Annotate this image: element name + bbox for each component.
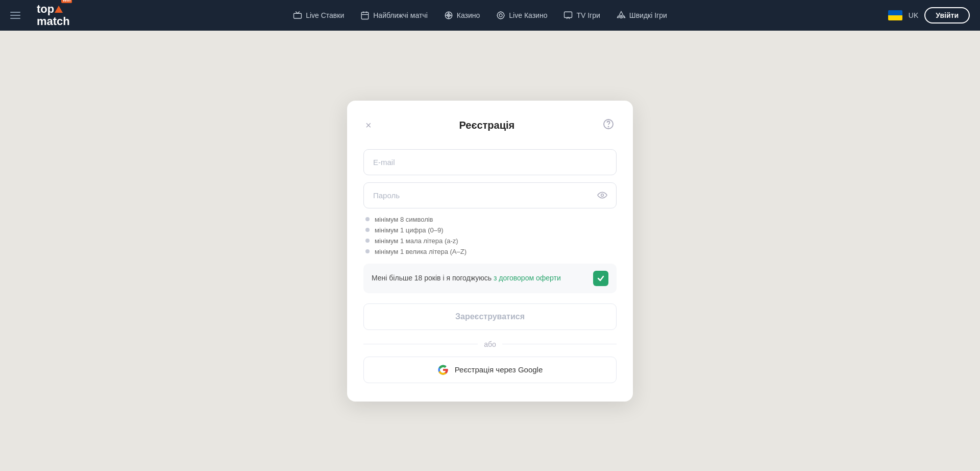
logo-match-text: match bbox=[37, 16, 72, 27]
main-nav: Live Ставки Найближчі матчі bbox=[88, 7, 872, 24]
toggle-password-button[interactable] bbox=[595, 188, 609, 202]
checkmark-icon bbox=[597, 274, 605, 282]
nav-label-casino: Казино bbox=[457, 11, 480, 19]
nav-item-casino[interactable]: Казино bbox=[437, 7, 487, 24]
logo-arrow-icon bbox=[55, 6, 63, 13]
logo-top-text: top bbox=[37, 4, 54, 15]
agreement-checkbox[interactable] bbox=[593, 271, 608, 286]
tv-icon bbox=[293, 11, 302, 20]
help-button[interactable] bbox=[600, 116, 617, 135]
header: top win match Live Ставки bbox=[0, 0, 980, 31]
flag-yellow bbox=[888, 15, 902, 20]
nav-item-upcoming[interactable]: Найближчі матчі bbox=[353, 7, 435, 24]
nav-item-live-bets[interactable]: Live Ставки bbox=[286, 7, 351, 24]
main-area: × Реєстрація bbox=[0, 31, 980, 471]
monitor-icon bbox=[564, 11, 573, 20]
modal-title: Реєстрація bbox=[374, 120, 600, 131]
hint-min-uppercase: мінімум 1 велика літера (A–Z) bbox=[365, 248, 617, 255]
nav-label-live-bets: Live Ставки bbox=[306, 11, 344, 19]
register-button[interactable]: Зареєструватися bbox=[363, 303, 617, 330]
hint-text-1: мінімум 8 символів bbox=[375, 216, 433, 223]
hint-text-4: мінімум 1 велика літера (A–Z) bbox=[375, 248, 467, 255]
lang-label: UK bbox=[909, 11, 918, 19]
hint-text-3: мінімум 1 мала літера (a-z) bbox=[375, 237, 458, 245]
google-register-button[interactable]: Реєстрація через Google bbox=[363, 357, 617, 383]
svg-point-12 bbox=[601, 194, 604, 197]
hint-text-2: мінімум 1 цифра (0–9) bbox=[375, 226, 444, 234]
or-label: або bbox=[484, 340, 496, 348]
password-hints: мінімум 8 символів мінімум 1 цифра (0–9)… bbox=[365, 216, 617, 255]
logo[interactable]: top win match bbox=[37, 4, 72, 27]
hint-dot-2 bbox=[365, 228, 370, 232]
google-button-label: Реєстрація через Google bbox=[455, 365, 543, 374]
google-logo-icon bbox=[437, 364, 449, 375]
hint-min-lowercase: мінімум 1 мала літера (a-z) bbox=[365, 237, 617, 245]
modal-header: × Реєстрація bbox=[363, 116, 617, 135]
login-button[interactable]: Увійти bbox=[924, 7, 970, 23]
flag-ukraine bbox=[888, 10, 902, 20]
password-input[interactable] bbox=[363, 182, 617, 208]
calendar-icon bbox=[360, 11, 370, 20]
svg-point-11 bbox=[608, 126, 609, 127]
agreement-link[interactable]: з договором оферти bbox=[494, 274, 561, 282]
svg-point-7 bbox=[498, 12, 505, 19]
close-button[interactable]: × bbox=[363, 118, 374, 132]
agreement-text: Мені більше 18 років і я погоджуюсь з до… bbox=[372, 273, 561, 284]
live-casino-icon bbox=[496, 11, 505, 20]
header-right: UK Увійти bbox=[888, 7, 970, 23]
nav-item-tv-games[interactable]: TV Ігри bbox=[556, 7, 607, 24]
agreement-text-part1: Мені більше 18 років і я погоджуюсь bbox=[372, 274, 494, 282]
hint-dot-1 bbox=[365, 217, 370, 221]
nav-label-fast-games: Швидкі Ігри bbox=[629, 11, 667, 19]
or-divider: або bbox=[363, 340, 617, 348]
rocket-icon bbox=[617, 11, 626, 20]
flag-blue bbox=[888, 10, 902, 15]
email-field-group bbox=[363, 149, 617, 175]
svg-rect-0 bbox=[294, 13, 302, 18]
hint-min-digit: мінімум 1 цифра (0–9) bbox=[365, 226, 617, 234]
hint-dot-3 bbox=[365, 239, 370, 243]
menu-button[interactable] bbox=[10, 12, 20, 19]
registration-modal: × Реєстрація bbox=[347, 101, 633, 402]
agreement-box: Мені більше 18 років і я погоджуюсь з до… bbox=[363, 264, 617, 293]
hint-min-chars: мінімум 8 символів bbox=[365, 216, 617, 223]
svg-rect-1 bbox=[362, 12, 369, 19]
nav-label-upcoming: Найближчі матчі bbox=[373, 11, 428, 19]
nav-item-live-casino[interactable]: Live Казино bbox=[489, 7, 554, 24]
svg-point-9 bbox=[620, 15, 622, 17]
password-field-group bbox=[363, 182, 617, 208]
email-input[interactable] bbox=[363, 149, 617, 175]
nav-label-live-casino: Live Казино bbox=[509, 11, 547, 19]
hint-dot-4 bbox=[365, 249, 370, 253]
nav-item-fast-games[interactable]: Швидкі Ігри bbox=[609, 7, 674, 24]
casino-icon bbox=[444, 11, 453, 20]
logo-win-text: win bbox=[61, 0, 72, 3]
nav-label-tv-games: TV Ігри bbox=[576, 11, 600, 19]
